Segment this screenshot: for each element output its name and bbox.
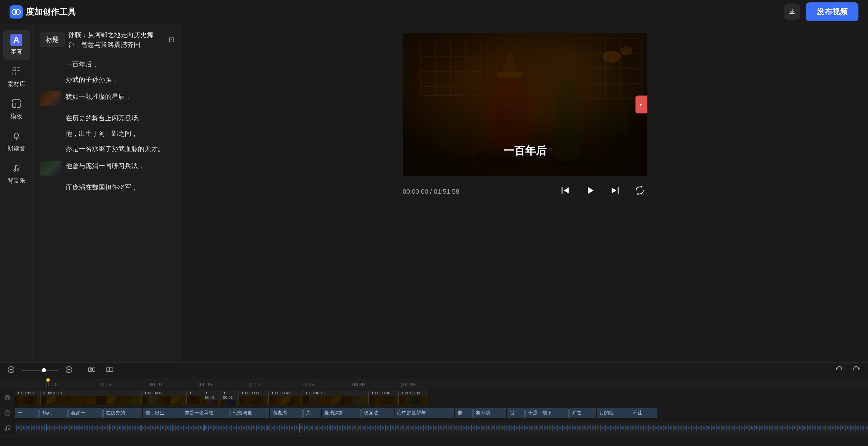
expand-icon[interactable]: ⊡ — [168, 35, 175, 44]
list-item[interactable]: 他，出生于阿、郢之间， — [33, 126, 182, 141]
svg-point-43 — [589, 105, 604, 140]
sidebar-item-template[interactable]: 模板 — [3, 95, 30, 124]
svg-rect-5 — [17, 68, 20, 71]
list-item[interactable]: 一百年后， — [33, 57, 182, 72]
subtitle-clip[interactable]: 犹如一… — [68, 408, 103, 418]
sidebar-item-bgmusic[interactable]: 背景乐 — [3, 159, 30, 189]
subtitle-clip[interactable]: 不让… — [630, 408, 657, 418]
subtitle-list: 一百年后， 孙武的子孙孙膑， 犹如一颗璀璨的星辰， 在历史的舞台上闪亮登场。 他… — [33, 54, 182, 362]
timeline-ruler: 00:00 00:05 00:10 00:15 00:20 00:25 00:3… — [0, 378, 868, 389]
list-item[interactable]: 亦是一名承继了孙武血脉的天才。 — [33, 141, 182, 156]
subtitle-thumb — [40, 160, 61, 176]
sidebar-item-materials[interactable]: 素材库 — [3, 62, 30, 92]
repeat-button[interactable] — [632, 183, 647, 200]
time-separator: / — [430, 188, 434, 195]
right-panel-button[interactable]: ♥ — [636, 95, 647, 114]
video-clip[interactable]: ✦ 00:01 — [203, 390, 221, 406]
undo-button[interactable] — [832, 364, 845, 377]
logo-icon — [9, 5, 23, 19]
sub-clip-text: 为… — [306, 410, 315, 416]
clip-frame — [46, 396, 56, 404]
video-clip[interactable]: ✦ 00:03.43 — [269, 390, 303, 406]
subtitle-clip[interactable]: 亦是一名承继… — [182, 408, 230, 418]
zoom-in-button[interactable] — [63, 364, 75, 377]
split-icon — [88, 365, 96, 374]
svg-rect-10 — [17, 103, 20, 108]
subtitle-clip[interactable]: 阻… — [507, 408, 525, 418]
ruler-mark: 00:30 — [351, 382, 401, 388]
clip-header: ✦ 00:01 — [221, 390, 239, 400]
subtitle-clip[interactable]: 将孙膑… — [473, 408, 506, 418]
clip-frame — [408, 396, 418, 404]
ruler-mark: 00:15 — [198, 382, 249, 388]
sidebar-item-subtitle[interactable]: A 字幕 — [3, 30, 30, 60]
subtitle-clip[interactable]: 孙武… — [39, 408, 68, 418]
subtitle-clip[interactable]: 并在… — [569, 408, 596, 418]
video-clip[interactable]: ✦ 00:06.73 — [303, 390, 369, 406]
list-item[interactable]: 犹如一颗璀璨的星辰， — [33, 87, 182, 111]
sidebar-item-voiceover[interactable]: 朗读音 — [3, 127, 30, 157]
subtitle-clip[interactable]: 一… — [15, 408, 39, 418]
subtitle-clip[interactable]: 他，出生… — [143, 408, 182, 418]
subtitle-clip[interactable]: 他曾与庞… — [230, 408, 269, 418]
redo-button[interactable] — [850, 364, 863, 377]
sub-clip-text: 将孙膑… — [476, 410, 495, 416]
zoom-out-button[interactable] — [5, 364, 17, 377]
split-button[interactable] — [85, 364, 98, 377]
subtitle-clip[interactable]: 于是，他下… — [525, 408, 569, 418]
subtitle-clip[interactable]: 仍无法… — [361, 408, 394, 418]
subtitle-clip[interactable]: 心中的嫉妒与不平… — [395, 408, 454, 418]
clip-thumbs — [142, 396, 186, 405]
skip-back-button[interactable] — [557, 183, 573, 200]
zoom-handle[interactable] — [42, 368, 46, 372]
clip-thumbs — [303, 396, 368, 405]
list-item[interactable]: 他曾与庞涓一同研习兵法， — [33, 156, 182, 180]
svg-point-40 — [558, 79, 576, 100]
subtitle-track-icon — [4, 410, 11, 417]
ruler-mark: 00:20 — [249, 382, 300, 388]
subtitle-clip[interactable]: 在历史的… — [103, 408, 142, 418]
redo-icon — [852, 365, 861, 374]
thumb-image — [40, 160, 61, 176]
timeline-playhead[interactable] — [48, 378, 49, 389]
svg-rect-23 — [576, 39, 642, 98]
clip-header: ✦ — [187, 390, 203, 396]
clip-thumbs — [221, 400, 239, 406]
clip-frame — [23, 396, 33, 404]
clip-frame — [148, 396, 158, 404]
subtitle-clip[interactable]: 目的就… — [597, 408, 629, 418]
skip-forward-button[interactable] — [608, 183, 623, 200]
publish-button[interactable]: 发布视频 — [806, 2, 859, 21]
video-clip[interactable]: ✦ 00:03.00 — [239, 390, 269, 406]
svg-marker-53 — [636, 193, 639, 195]
video-clip[interactable]: ✦ 00:03.00 — [369, 390, 399, 406]
clip-frame — [281, 396, 291, 404]
clip-thumbs — [187, 396, 203, 405]
clip-header: ✦ 00:01 — [203, 390, 221, 400]
download-button[interactable] — [784, 4, 800, 20]
play-button[interactable] — [582, 182, 598, 201]
list-item[interactable]: 孙武的子孙孙膑， — [33, 72, 182, 87]
zoom-in-icon — [65, 366, 73, 374]
svg-point-45 — [618, 105, 629, 134]
subtitle-clip[interactable]: 为… — [303, 408, 321, 418]
right-panel-icon: ♥ — [639, 101, 645, 108]
clip-thumbs — [369, 396, 398, 405]
subtitle-clip[interactable]: 而庞涓… — [270, 408, 303, 418]
current-time: 00:00.00 — [403, 188, 428, 195]
video-clip[interactable]: ✦ 00:01 — [221, 390, 239, 406]
subtitle-clip[interactable]: 庞涓深知… — [322, 408, 361, 418]
list-item[interactable]: 在历史的舞台上闪亮登场。 — [33, 111, 182, 126]
video-clip[interactable]: ✦ 00:10.28 — [40, 390, 142, 406]
video-clip[interactable]: ✦ 00:03.00 — [399, 390, 428, 406]
ruler-marks: 00:00 00:05 00:10 00:15 00:20 00:25 00:3… — [46, 382, 452, 388]
subtitle-panel: 标题 孙膑：从阿郢之地走向历史舞台，智慧与策略震撼齐国 ⊡ 一百年后， 孙武的子… — [33, 24, 182, 362]
video-clip[interactable]: ✦ 00:04.63 — [142, 390, 187, 406]
list-item[interactable]: 而庞涓在魏国担任将军， — [33, 180, 182, 195]
snap-button[interactable] — [103, 364, 116, 377]
zoom-slider[interactable] — [22, 370, 58, 371]
video-clip[interactable]: ✦ 00:02.1 — [15, 390, 40, 406]
video-clip[interactable]: ✦ — [187, 390, 203, 406]
materials-icon — [12, 66, 21, 78]
subtitle-clip[interactable]: 他… — [455, 408, 473, 418]
